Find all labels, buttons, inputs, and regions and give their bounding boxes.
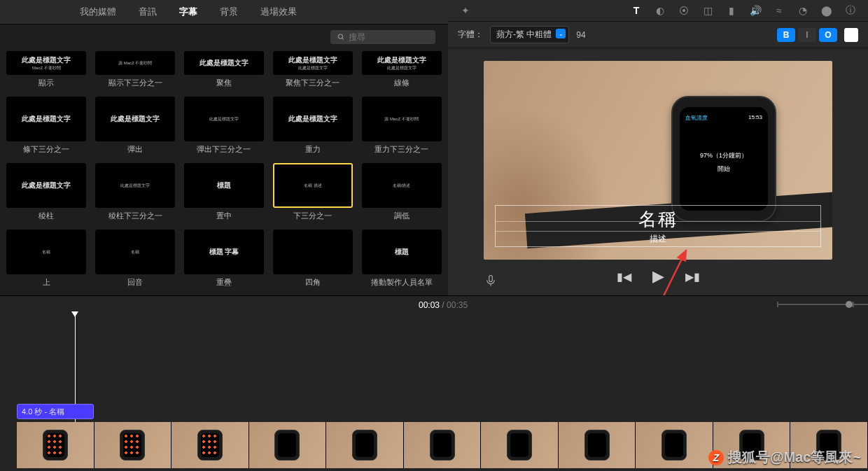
timeline-clip[interactable] bbox=[481, 422, 559, 468]
watermark-icon: Z bbox=[708, 450, 724, 465]
inspector-toolbar: ✦ T ◐ ⦿ ◫ ▮ 🔊 ≈ ◔ ⬤ ⓘ bbox=[448, 0, 868, 22]
crop-icon[interactable]: ◫ bbox=[701, 4, 714, 17]
timeline[interactable]: 00:03 / 00:35 4.0 秒 - 名稱 bbox=[0, 295, 868, 471]
title-cell[interactable]: 四角 bbox=[270, 230, 355, 292]
tab-my-media[interactable]: 我的媒體 bbox=[77, 4, 119, 20]
prev-frame-button[interactable]: ▮◀ bbox=[617, 270, 631, 283]
noise-icon[interactable]: ≈ bbox=[773, 4, 785, 17]
font-size[interactable]: 94 bbox=[576, 30, 585, 40]
title-cell[interactable]: 此處是標題文字重力 bbox=[270, 97, 355, 159]
title-cell[interactable]: 此處是標題文字稜柱 bbox=[4, 163, 89, 225]
title-cell[interactable]: 此處是標題文字彈出下三分之一 bbox=[182, 97, 267, 159]
outline-button[interactable]: O bbox=[819, 28, 837, 42]
magic-wand-icon[interactable]: ✦ bbox=[459, 4, 472, 17]
svg-rect-2 bbox=[489, 276, 493, 282]
svg-line-1 bbox=[342, 38, 344, 39]
title-overlay[interactable]: 名稱 描述 bbox=[495, 205, 821, 247]
title-thumb[interactable]: 此處是標題文字 bbox=[184, 97, 264, 141]
title-thumb[interactable]: 標題 bbox=[184, 163, 264, 208]
color-balance-icon[interactable]: ◐ bbox=[654, 4, 666, 17]
title-thumb[interactable]: 此處是標題文字 bbox=[184, 51, 264, 75]
title-cell[interactable]: 標題 字幕重疊 bbox=[182, 230, 267, 292]
title-caption: 彈出 bbox=[127, 144, 143, 155]
title-cell[interactable]: 名稱回音 bbox=[93, 230, 178, 292]
title-thumb[interactable]: 此處是標題文字 bbox=[95, 97, 175, 141]
title-cell[interactable]: 此處是標題文字條下三分之一 bbox=[4, 97, 89, 159]
title-cell[interactable]: 源 MacZ 不要吵鬧顯示下三分之一 bbox=[93, 51, 178, 92]
title-overlay-main[interactable]: 名稱 bbox=[638, 207, 678, 232]
svg-point-0 bbox=[338, 34, 342, 38]
zoom-slider[interactable] bbox=[777, 300, 854, 309]
title-thumb[interactable]: 此處是標題文字此處是標題文字 bbox=[273, 51, 353, 75]
title-caption: 四角 bbox=[305, 277, 321, 288]
play-button[interactable]: ▶ bbox=[652, 267, 664, 286]
title-cell[interactable]: 源 MacZ 不要吵鬧重力下三分之一 bbox=[359, 97, 444, 159]
tab-audio[interactable]: 音訊 bbox=[136, 4, 160, 20]
stabilize-icon[interactable]: ▮ bbox=[725, 4, 738, 17]
title-thumb[interactable]: 此處是標題文字MacZ 不要吵鬧 bbox=[6, 51, 86, 75]
font-select[interactable]: 蘋方-繁 中粗體 ⌄ bbox=[490, 26, 569, 43]
title-cell[interactable]: 此處是標題文字聚焦 bbox=[182, 51, 267, 92]
title-cell[interactable]: 此處是標題文字彈出 bbox=[93, 97, 178, 159]
title-caption: 顯示 bbox=[38, 78, 54, 88]
title-cell[interactable]: 此處是標題文字此處是標題文字線條 bbox=[359, 51, 444, 92]
search-box[interactable] bbox=[330, 30, 435, 44]
title-thumb[interactable]: 名稱 bbox=[6, 230, 86, 274]
video-viewer[interactable]: 血氧濃度15:53 97%（1分鐘前） 開始 名稱 描述 bbox=[448, 48, 868, 260]
tab-backgrounds[interactable]: 背景 bbox=[217, 4, 241, 20]
timeline-clip[interactable] bbox=[404, 422, 482, 468]
timeline-clip[interactable] bbox=[559, 422, 636, 468]
title-thumb[interactable]: 標題 字幕 bbox=[184, 230, 264, 274]
tab-transitions[interactable]: 過場效果 bbox=[258, 4, 300, 20]
speed-icon[interactable]: ◔ bbox=[797, 4, 809, 17]
title-cell[interactable]: 此處是標題文字稜柱下三分之一 bbox=[93, 163, 178, 225]
title-thumb[interactable]: 此處是標題文字 bbox=[6, 97, 86, 141]
volume-icon[interactable]: 🔊 bbox=[749, 4, 762, 17]
title-cell[interactable]: 標題置中 bbox=[182, 163, 267, 225]
title-thumb[interactable]: 名稱 描述 bbox=[273, 163, 353, 208]
italic-button[interactable]: I bbox=[798, 28, 816, 42]
title-thumb[interactable]: 源 MacZ 不要吵鬧 bbox=[95, 51, 175, 75]
title-thumb[interactable]: 源 MacZ 不要吵鬧 bbox=[362, 97, 442, 141]
title-thumb[interactable] bbox=[273, 230, 353, 274]
timeline-clip[interactable] bbox=[326, 422, 404, 468]
title-cell[interactable]: 名稱 描述下三分之一 bbox=[270, 163, 355, 225]
title-thumb[interactable]: 此處是標題文字 bbox=[95, 163, 175, 208]
title-overlay-sub[interactable]: 描述 bbox=[650, 233, 666, 245]
title-cell[interactable]: 此處是標題文字此處是標題文字聚焦下三分之一 bbox=[270, 51, 355, 92]
title-caption: 回音 bbox=[127, 277, 143, 288]
video-frame[interactable]: 血氧濃度15:53 97%（1分鐘前） 開始 名稱 描述 bbox=[484, 61, 832, 260]
title-caption: 彈出下三分之一 bbox=[197, 144, 251, 155]
title-cell[interactable]: 標題捲動製作人員名單 bbox=[359, 230, 444, 292]
title-thumb[interactable]: 此處是標題文字 bbox=[6, 163, 86, 208]
title-cell[interactable]: 名稱上 bbox=[4, 230, 89, 292]
timeline-clip[interactable] bbox=[636, 422, 713, 468]
color-wheel-icon[interactable]: ⦿ bbox=[678, 4, 690, 17]
timeline-clip[interactable] bbox=[249, 422, 327, 468]
title-thumb[interactable]: 名稱/描述 bbox=[362, 163, 442, 208]
title-caption: 下三分之一 bbox=[293, 211, 332, 221]
title-thumb[interactable]: 此處是標題文字此處是標題文字 bbox=[362, 51, 442, 75]
next-frame-button[interactable]: ▶▮ bbox=[685, 270, 700, 283]
info-icon[interactable]: ⓘ bbox=[844, 4, 857, 17]
search-input[interactable] bbox=[349, 32, 428, 42]
timeline-clip[interactable] bbox=[17, 422, 94, 468]
tab-titles[interactable]: 字幕 bbox=[176, 4, 200, 20]
title-thumb[interactable]: 此處是標題文字 bbox=[273, 97, 353, 141]
timeline-clip[interactable] bbox=[172, 422, 249, 468]
bold-button[interactable]: B bbox=[777, 28, 795, 42]
title-thumb[interactable]: 標題 bbox=[362, 230, 442, 274]
time-total: 00:35 bbox=[447, 300, 468, 310]
timeline-clip[interactable] bbox=[94, 422, 172, 468]
color-swatch[interactable] bbox=[844, 28, 858, 42]
title-thumb[interactable]: 名稱 bbox=[95, 230, 175, 274]
text-tool-icon[interactable]: T bbox=[630, 4, 643, 17]
browser-tabs: 我的媒體 音訊 字幕 背景 過場效果 bbox=[0, 0, 448, 24]
title-clip[interactable]: 4.0 秒 - 名稱 bbox=[17, 404, 94, 419]
title-cell[interactable]: 名稱/描述調低 bbox=[359, 163, 444, 225]
voiceover-button[interactable] bbox=[484, 273, 497, 291]
title-caption: 上 bbox=[43, 277, 50, 288]
title-caption: 線條 bbox=[394, 78, 410, 88]
filter-icon[interactable]: ⬤ bbox=[820, 4, 833, 17]
title-cell[interactable]: 此處是標題文字MacZ 不要吵鬧顯示 bbox=[4, 51, 89, 92]
